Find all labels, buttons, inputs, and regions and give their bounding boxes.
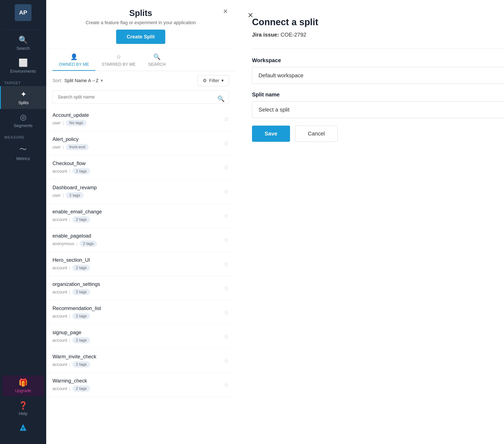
split-tags: 2 tags <box>72 168 90 174</box>
split-list-item[interactable]: Checkout_flow account | 2 tags ☆ <box>46 155 235 180</box>
sidebar-item-environments[interactable]: ⬜ Environments <box>0 55 46 77</box>
sort-chevron-icon: ▾ <box>101 78 103 83</box>
filter-button[interactable]: ⚙ Filter ▾ <box>198 75 229 86</box>
star-icon[interactable]: ☆ <box>224 285 229 292</box>
cancel-button[interactable]: Cancel <box>295 126 338 142</box>
splits-panel-title: Splits <box>54 8 227 18</box>
split-item-info: Warning_check account | 2 tags <box>53 378 90 392</box>
split-tags: 2 tags <box>80 240 97 247</box>
save-button[interactable]: Save <box>252 126 290 142</box>
split-item-info: Account_update user | No tags <box>53 112 89 126</box>
upgrade-label: Upgrade <box>15 388 31 393</box>
split-type: account <box>53 314 67 319</box>
jira-label: Jira issue: <box>252 32 279 38</box>
tab-starred-by-me[interactable]: ☆ STARRED BY ME <box>95 48 142 71</box>
splits-panel-close-button[interactable]: × <box>223 8 228 15</box>
split-list-item[interactable]: Warm_invite_check account | 2 tags ☆ <box>46 349 235 373</box>
split-tags: 2 tags <box>72 361 90 368</box>
split-item-meta: account | 2 tags <box>53 337 90 343</box>
sidebar-item-segments[interactable]: ◎ Segments <box>0 109 46 132</box>
tab-owned-by-me[interactable]: 👤 OWNED BY ME <box>53 48 95 71</box>
upgrade-icon: 🎁 <box>18 378 28 387</box>
split-item-name: Recommendation_list <box>53 305 101 311</box>
star-icon[interactable]: ☆ <box>224 140 229 147</box>
split-type: account <box>53 169 67 174</box>
sidebar-bottom: 🎁 Upgrade ❓ Help <box>0 373 46 440</box>
sidebar-item-splits[interactable]: ✦ Splits <box>0 86 46 109</box>
sidebar-label-environments: Environments <box>10 69 36 74</box>
search-icon: 🔍 <box>18 36 28 44</box>
star-icon[interactable]: ☆ <box>224 261 229 268</box>
splits-panel-header: × Splits Create a feature flag or experi… <box>46 0 235 48</box>
search-input-icon: 🔍 <box>217 95 225 102</box>
split-name-select-wrapper: Select a split ▾ <box>252 101 504 118</box>
upgrade-button[interactable]: 🎁 Upgrade <box>2 375 44 396</box>
split-item-meta: account | 2 tags <box>53 385 90 392</box>
star-icon[interactable]: ☆ <box>224 116 229 123</box>
connect-panel-title: Connect a split <box>252 13 504 27</box>
split-item-name: enable_pageload <box>53 233 97 239</box>
split-list-item[interactable]: signup_page account | 2 tags ☆ <box>46 325 235 349</box>
split-type: account <box>53 386 67 391</box>
help-label: Help <box>19 411 27 416</box>
split-tags: 2 tags <box>66 192 84 199</box>
split-list-item[interactable]: Warning_check account | 2 tags ☆ <box>46 373 235 397</box>
sidebar-label-search: Search <box>16 46 30 51</box>
sidebar-divider <box>5 29 42 30</box>
brand-logo <box>14 419 32 440</box>
split-tags: 2 tags <box>72 385 90 392</box>
measure-section-label: MEASURE <box>0 132 46 141</box>
search-tab-icon: 🔍 <box>153 53 161 60</box>
split-list-item[interactable]: Dashboard_revamp user | 2 tags ☆ <box>46 180 235 204</box>
split-list-item[interactable]: enable_email_change account | 2 tags ☆ <box>46 204 235 228</box>
meta-divider: | <box>63 121 64 125</box>
split-list-item[interactable]: Recommendation_list account | 2 tags ☆ <box>46 300 235 325</box>
create-split-button[interactable]: Create Split <box>116 30 165 44</box>
sort-control[interactable]: Sort: Split Name A→Z ▾ <box>53 78 103 83</box>
help-button[interactable]: ❓ Help <box>0 398 46 419</box>
split-item-info: enable_pageload anonymous | 2 tags <box>53 233 97 247</box>
split-item-info: Recommendation_list account | 2 tags <box>53 305 101 319</box>
split-list-item[interactable]: enable_pageload anonymous | 2 tags ☆ <box>46 228 235 252</box>
split-item-meta: account | 2 tags <box>53 168 90 174</box>
star-icon[interactable]: ☆ <box>224 309 229 316</box>
split-item-name: signup_page <box>53 330 90 335</box>
meta-divider: | <box>63 145 64 149</box>
split-item-name: organization_settings <box>53 281 100 287</box>
split-tags: 2 tags <box>72 265 90 271</box>
search-container: 🔍 <box>46 90 235 107</box>
split-item-meta: account | 2 tags <box>53 313 101 319</box>
split-item-info: Dashboard_revamp user | 2 tags <box>53 185 97 199</box>
tab-search[interactable]: 🔍 SEARCH <box>142 48 172 71</box>
star-icon[interactable]: ☆ <box>224 357 229 364</box>
split-list-item[interactable]: Hero_section_UI account | 2 tags ☆ <box>46 252 235 276</box>
main-content: × Splits Create a feature flag or experi… <box>46 0 504 444</box>
sidebar: AP 🔍 Search ⬜ Environments TARGET ✦ Spli… <box>0 0 46 444</box>
star-icon[interactable]: ☆ <box>224 188 229 195</box>
sidebar-item-metrics[interactable]: 〜 Metrics <box>0 141 46 165</box>
split-name-select[interactable]: Select a split <box>252 101 504 118</box>
star-icon[interactable]: ☆ <box>224 164 229 171</box>
meta-divider: | <box>69 362 70 367</box>
split-list-item[interactable]: Account_update user | No tags ☆ <box>46 107 235 131</box>
owned-icon: 👤 <box>70 53 78 60</box>
split-list-item[interactable]: Alert_policy user | front-end ☆ <box>46 131 235 155</box>
meta-divider: | <box>63 193 64 198</box>
split-type: account <box>53 362 67 367</box>
target-section-label: TARGET <box>0 77 46 86</box>
splits-list: Account_update user | No tags ☆ Alert_po… <box>46 107 235 444</box>
workspace-select[interactable]: Default workspace <box>252 67 504 84</box>
split-list-item[interactable]: organization_settings account | 2 tags ☆ <box>46 276 235 300</box>
split-item-info: enable_email_change account | 2 tags <box>53 209 102 223</box>
search-input[interactable] <box>53 90 229 104</box>
connect-panel-close-button[interactable]: × <box>248 11 253 20</box>
star-icon[interactable]: ☆ <box>224 237 229 243</box>
split-item-meta: user | 2 tags <box>53 192 97 199</box>
sidebar-item-search[interactable]: 🔍 Search <box>0 32 46 55</box>
star-icon[interactable]: ☆ <box>224 381 229 388</box>
split-item-meta: user | front-end <box>53 144 89 150</box>
meta-divider: | <box>69 265 70 270</box>
filter-icon: ⚙ <box>203 78 207 83</box>
star-icon[interactable]: ☆ <box>224 212 229 219</box>
star-icon[interactable]: ☆ <box>224 333 229 340</box>
